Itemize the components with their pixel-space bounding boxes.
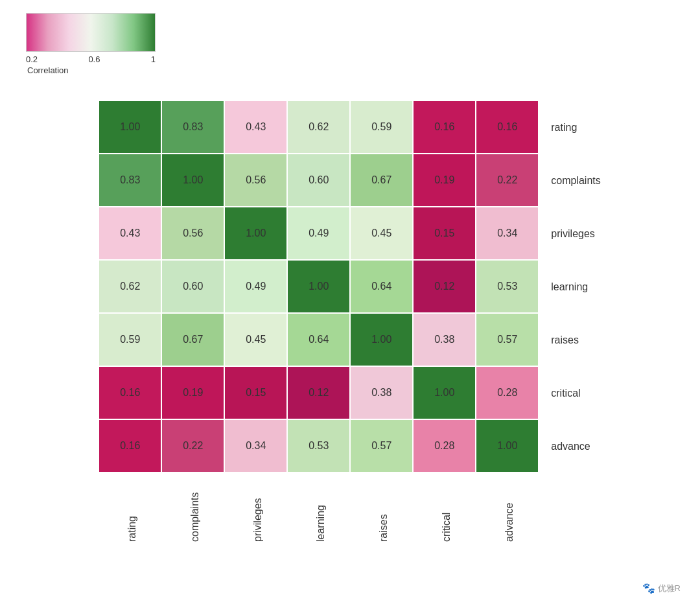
cell-1-5: 0.19 (414, 154, 475, 206)
cell-4-3: 0.64 (288, 314, 349, 366)
watermark-icon: 🐾 (642, 582, 655, 594)
cell-0-4: 0.59 (351, 101, 412, 153)
cell-5-5: 1.00 (414, 367, 475, 419)
row-label-1: complaints (548, 154, 600, 207)
cell-5-1: 0.19 (162, 367, 224, 419)
chart-with-labels: 1.000.830.430.620.590.160.160.831.000.56… (99, 101, 600, 542)
legend: 0.2 0.6 1 Correlation (26, 13, 156, 75)
col-label-wrapper-2: privileges (226, 477, 289, 542)
cell-3-2: 0.49 (225, 261, 286, 312)
col-label-wrapper-6: advance (478, 477, 541, 542)
main-container: 0.2 0.6 1 Correlation 1.000.830.430.620.… (0, 0, 700, 606)
cell-0-0: 1.00 (99, 101, 161, 153)
legend-gradient (26, 13, 156, 52)
matrix-grid: 1.000.830.430.620.590.160.160.831.000.56… (99, 101, 541, 472)
col-label-wrapper-4: raises (352, 477, 415, 542)
cell-5-2: 0.15 (225, 367, 286, 419)
cell-1-0: 0.83 (99, 154, 161, 206)
cell-6-0: 0.16 (99, 420, 161, 472)
row-label-6: advance (548, 420, 600, 473)
col-label-wrapper-5: critical (415, 477, 478, 542)
cell-1-1: 1.00 (162, 154, 224, 206)
col-label-4: raises (378, 477, 390, 542)
cell-4-2: 0.45 (225, 314, 286, 366)
row-label-3: learning (548, 261, 600, 314)
cell-2-6: 0.34 (476, 207, 538, 259)
cell-1-4: 0.67 (351, 154, 412, 206)
col-label-wrapper-1: complaints (163, 477, 226, 542)
watermark-text: 优雅R (658, 583, 681, 594)
cell-0-6: 0.16 (476, 101, 538, 153)
cell-6-4: 0.57 (351, 420, 412, 472)
row-label-4: raises (548, 314, 600, 367)
cell-4-1: 0.67 (162, 314, 224, 366)
cell-3-0: 0.62 (99, 261, 161, 312)
cell-1-6: 0.22 (476, 154, 538, 206)
row-label-2: privileges (548, 207, 600, 261)
legend-tick-1: 0.6 (88, 54, 100, 64)
cell-6-6: 1.00 (476, 420, 538, 472)
cell-6-3: 0.53 (288, 420, 349, 472)
legend-label: Correlation (27, 65, 156, 75)
watermark: 🐾 优雅R (642, 582, 681, 594)
cell-2-5: 0.15 (414, 207, 475, 259)
cell-5-0: 0.16 (99, 367, 161, 419)
col-label-wrapper-0: rating (100, 477, 163, 542)
cell-0-5: 0.16 (414, 101, 475, 153)
cell-3-1: 0.60 (162, 261, 224, 312)
cell-1-2: 0.56 (225, 154, 286, 206)
cell-4-6: 0.57 (476, 314, 538, 366)
cell-3-3: 1.00 (288, 261, 349, 312)
col-label-6: advance (504, 477, 515, 542)
col-label-0: rating (126, 477, 138, 542)
cell-5-4: 0.38 (351, 367, 412, 419)
col-label-3: learning (315, 477, 327, 542)
cell-0-1: 0.83 (162, 101, 224, 153)
cell-6-1: 0.22 (162, 420, 224, 472)
cell-5-6: 0.28 (476, 367, 538, 419)
cell-1-3: 0.60 (288, 154, 349, 206)
cell-3-4: 0.64 (351, 261, 412, 312)
cell-4-0: 0.59 (99, 314, 161, 366)
col-label-1: complaints (189, 477, 201, 542)
cell-5-3: 0.12 (288, 367, 349, 419)
cell-2-4: 0.45 (351, 207, 412, 259)
cell-3-5: 0.12 (414, 261, 475, 312)
legend-tick-2: 1 (151, 54, 156, 64)
cell-4-4: 1.00 (351, 314, 412, 366)
row-label-0: rating (548, 101, 600, 154)
legend-tick-0: 0.2 (26, 54, 38, 64)
cell-0-2: 0.43 (225, 101, 286, 153)
cell-2-1: 0.56 (162, 207, 224, 259)
cell-2-3: 0.49 (288, 207, 349, 259)
cell-0-3: 0.62 (288, 101, 349, 153)
col-label-2: privileges (252, 477, 264, 542)
legend-ticks: 0.2 0.6 1 (26, 54, 156, 64)
matrix-wrapper: 1.000.830.430.620.590.160.160.831.000.56… (99, 101, 541, 542)
chart-area: 1.000.830.430.620.590.160.160.831.000.56… (19, 101, 681, 542)
cell-2-2: 1.00 (225, 207, 286, 259)
col-label-5: critical (441, 477, 452, 542)
cell-2-0: 0.43 (99, 207, 161, 259)
cell-6-2: 0.34 (225, 420, 286, 472)
row-label-5: critical (548, 367, 600, 420)
col-labels: ratingcomplaintsprivilegeslearningraises… (100, 477, 541, 542)
cell-4-5: 0.38 (414, 314, 475, 366)
col-label-wrapper-3: learning (289, 477, 352, 542)
row-labels: ratingcomplaintsprivilegeslearningraises… (548, 101, 600, 473)
cell-3-6: 0.53 (476, 261, 538, 312)
cell-6-5: 0.28 (414, 420, 475, 472)
